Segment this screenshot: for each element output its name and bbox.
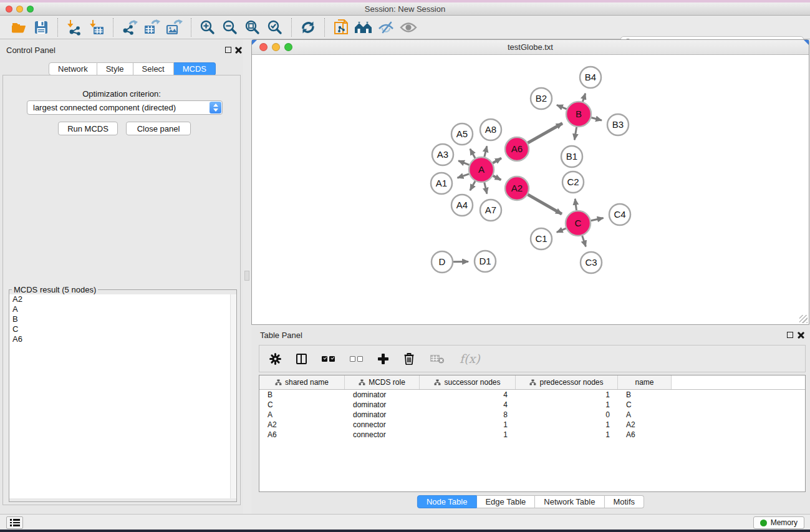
graph-edge-A-A7[interactable] [485, 182, 487, 193]
run-mcds-button[interactable]: Run MCDS [58, 122, 118, 135]
graph-node-B3[interactable]: B3 [607, 114, 629, 135]
home-view-icon[interactable] [352, 17, 375, 37]
graph-edge-C-C2[interactable] [575, 199, 576, 210]
graph-edge-A-A6[interactable] [493, 158, 501, 163]
table-row[interactable]: A6connector11A6 [259, 430, 805, 440]
graph-node-A1[interactable]: A1 [431, 173, 452, 194]
graph-edge-A-A4[interactable] [470, 181, 475, 190]
column-header-name[interactable]: name [618, 375, 672, 389]
graph-edge-C-C3[interactable] [582, 236, 586, 246]
graph-node-A3[interactable]: A3 [432, 144, 453, 165]
table-panel-close-icon[interactable] [798, 331, 804, 338]
graph-node-D[interactable]: D [432, 251, 453, 273]
graph-node-D1[interactable]: D1 [475, 251, 496, 272]
table-cell[interactable]: connector [345, 420, 420, 430]
column-header-successor-nodes[interactable]: successor nodes [420, 375, 516, 389]
import-network-icon[interactable] [63, 17, 85, 37]
export-network-icon[interactable] [118, 17, 141, 37]
table-cell[interactable]: A6 [259, 430, 345, 440]
table-panel-float-icon[interactable] [787, 332, 793, 338]
delete-table-icon[interactable] [430, 354, 445, 364]
graph-node-C2[interactable]: C2 [562, 172, 584, 193]
deselect-all-icon[interactable] [350, 356, 363, 362]
tab-mcds[interactable]: MCDS [174, 62, 216, 75]
delete-column-trash-icon[interactable] [403, 352, 415, 365]
table-cell[interactable]: A2 [259, 420, 345, 430]
graph-edge-A-A1[interactable] [458, 174, 470, 178]
tab-network-table[interactable]: Network Table [535, 495, 604, 508]
graph-node-B2[interactable]: B2 [531, 88, 552, 109]
tab-network[interactable]: Network [49, 62, 97, 75]
new-network-from-selection-icon[interactable] [330, 17, 352, 37]
graph-node-B1[interactable]: B1 [561, 146, 582, 167]
graph-node-A7[interactable]: A7 [480, 200, 501, 221]
table-cell[interactable]: C [618, 400, 672, 410]
column-header-MCDS-role[interactable]: MCDS role [345, 375, 420, 389]
table-cell[interactable]: dominator [345, 390, 420, 400]
memory-button[interactable]: Memory [753, 516, 804, 529]
criterion-select[interactable]: largest connected component (directed) [27, 100, 223, 115]
table-cell[interactable]: 1 [516, 390, 618, 400]
network-canvas[interactable]: AA1A2A3A4A5A6A7A8BB1B2B3B4CC1C2C3C4DD1 [252, 55, 809, 324]
tab-motifs[interactable]: Motifs [604, 495, 644, 508]
table-cell[interactable]: 1 [516, 430, 618, 440]
select-stepper-icon[interactable] [210, 102, 221, 114]
tab-node-table[interactable]: Node Table [417, 495, 477, 508]
graph-edge-C-C1[interactable] [557, 228, 566, 232]
table-cell[interactable]: 8 [420, 410, 516, 420]
zoom-in-icon[interactable] [196, 17, 219, 37]
add-column-icon[interactable] [378, 354, 388, 364]
save-session-icon[interactable] [30, 17, 52, 37]
table-cell[interactable]: B [259, 390, 345, 400]
select-all-icon[interactable] [322, 356, 335, 362]
column-header-predecessor-nodes[interactable]: predecessor nodes [516, 375, 618, 389]
show-column-icon[interactable] [296, 354, 307, 364]
mcds-result-item[interactable]: C [9, 324, 236, 334]
graph-node-A5[interactable]: A5 [451, 123, 473, 145]
table-cell[interactable]: 1 [420, 420, 516, 430]
table-cell[interactable]: A [618, 410, 672, 420]
import-table-icon[interactable] [85, 17, 108, 37]
function-builder-icon[interactable]: f(x) [460, 352, 480, 365]
graph-edge-A-A5[interactable] [470, 149, 475, 158]
tab-select[interactable]: Select [133, 62, 174, 75]
mcds-result-scrollbar[interactable] [230, 294, 236, 498]
table-cell[interactable]: 4 [420, 390, 516, 400]
table-cell[interactable]: C [259, 400, 345, 410]
export-table-icon[interactable] [141, 17, 163, 37]
hide-panel-eye-slash-icon[interactable] [375, 17, 397, 37]
graph-edge-A-A2[interactable] [493, 176, 501, 180]
open-session-icon[interactable] [7, 17, 30, 37]
table-cell[interactable]: 1 [516, 400, 618, 410]
table-cell[interactable]: dominator [345, 400, 420, 410]
control-panel-float-icon[interactable] [225, 47, 231, 53]
mcds-result-item[interactable]: A2 [9, 294, 236, 304]
table-cell[interactable]: B [618, 390, 672, 400]
show-panel-eye-icon[interactable] [397, 17, 420, 37]
titlebar[interactable]: Session: New Session [0, 2, 810, 16]
table-cell[interactable]: connector [345, 430, 420, 440]
mcds-result-item[interactable]: A [9, 304, 236, 314]
network-window-titlebar[interactable]: testGlobe.txt [252, 40, 809, 55]
vertical-splitter[interactable] [243, 39, 251, 514]
graph-node-B[interactable]: B [566, 102, 591, 127]
export-image-icon[interactable] [163, 17, 186, 37]
table-row[interactable]: Bdominator41B [259, 390, 805, 400]
zoom-out-icon[interactable] [219, 17, 241, 37]
graph-edge-A-A8[interactable] [485, 146, 487, 157]
graph-node-A8[interactable]: A8 [480, 119, 501, 140]
graph-node-C[interactable]: C [566, 211, 591, 236]
task-history-list-icon[interactable] [6, 516, 23, 529]
control-panel-close-icon[interactable] [235, 46, 242, 53]
graph-node-A6[interactable]: A6 [505, 137, 529, 161]
graph-edge-B-B4[interactable] [582, 94, 585, 102]
graph-node-A[interactable]: A [469, 157, 494, 182]
close-panel-button[interactable]: Close panel [126, 122, 191, 135]
table-row[interactable]: Cdominator41C [259, 400, 805, 410]
mcds-result-item[interactable]: A6 [9, 334, 236, 344]
graph-node-B4[interactable]: B4 [580, 67, 601, 88]
table-cell[interactable]: dominator [345, 410, 420, 420]
table-options-gear-icon[interactable] [269, 353, 281, 365]
graph-edge-B-B3[interactable] [591, 117, 602, 120]
graph-edge-A6-B[interactable] [528, 123, 562, 143]
